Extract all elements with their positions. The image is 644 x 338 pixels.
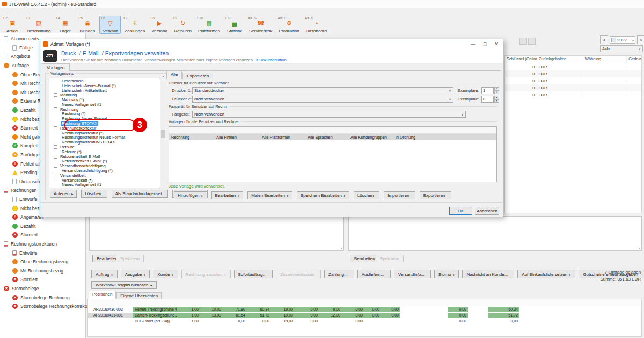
sidebar-item[interactable]: Mit Rechnungsbezug xyxy=(0,266,85,275)
tab-positionen[interactable]: Positionen xyxy=(89,291,116,299)
tree-item[interactable]: Retoure (*) xyxy=(49,149,163,154)
tree-expander-icon[interactable] xyxy=(54,93,57,97)
close-icon[interactable]: ✕ xyxy=(494,41,499,47)
period-select[interactable]: Jahr xyxy=(600,45,643,52)
printer1-select[interactable]: Standarddrucker xyxy=(192,87,453,94)
column-header[interactable]: Währung xyxy=(583,56,627,63)
sidebar-item[interactable]: Ohne Rechnungsbezug xyxy=(0,257,85,267)
action-button[interactable]: Zusammenfassen xyxy=(276,270,321,278)
action-button[interactable]: Sofortauftrag... xyxy=(234,270,273,278)
edit-button-right[interactable]: Bearbeiten xyxy=(350,255,379,262)
year-select[interactable]: 2022 ▾ xyxy=(610,36,635,44)
toolbar-button[interactable]: F8 ▶ Versand xyxy=(149,16,170,34)
order-text-panel-left[interactable]: ∨ xyxy=(89,216,344,251)
toolbar-button[interactable]: F7 € Zahlungen xyxy=(122,16,148,34)
table-row[interactable]: 0 EUR xyxy=(505,63,641,70)
dialog-action-button[interactable]: Importieren xyxy=(384,191,415,199)
tree-item[interactable]: Mahnung xyxy=(49,92,163,97)
toolbar-button[interactable]: F6 ▽ Verkauf xyxy=(99,16,121,34)
toolbar-button[interactable]: F4 ▦ Lager xyxy=(54,16,76,34)
table-row[interactable]: 0 EUR xyxy=(505,70,641,77)
prev-year-button[interactable]: < xyxy=(600,35,608,44)
tree-item[interactable]: Rechnungskorrektur-Neues-Format xyxy=(49,135,163,140)
scrollbar-thumb[interactable] xyxy=(161,130,165,138)
tree-item[interactable]: Retourenetikett E-Mail xyxy=(49,154,163,159)
action-button[interactable]: Nachricht an Kunde... xyxy=(462,270,514,278)
table-row[interactable]: 0 EUR xyxy=(505,91,641,98)
stepper-arrows[interactable] xyxy=(494,96,499,103)
minimize-icon[interactable]: — xyxy=(471,41,475,47)
tab-vorlagen[interactable]: Vorlagen xyxy=(42,63,70,71)
tree-expander-icon[interactable] xyxy=(54,107,57,111)
dialog-action-button[interactable]: Hinzufügen ▸ xyxy=(174,191,207,199)
table-row[interactable]: DHL-Paket (bis 2 kg) 1,00 0,00 0,00 19,0… xyxy=(88,319,641,324)
toolbar-button[interactable]: F12 ▅ Statistik xyxy=(224,16,245,34)
toolbar-button[interactable]: F9 ↻ Retouren xyxy=(171,16,194,34)
table-row[interactable]: AR20160431-001 Damen-Trekkingschuhe 36 1… xyxy=(88,313,641,318)
dialog-action-button[interactable]: Löschen xyxy=(354,191,379,199)
tree-item[interactable]: Lieferschein-Neues-Format (*) xyxy=(49,83,163,88)
sidebar-item[interactable]: Storniert xyxy=(0,275,85,284)
tree-action-button[interactable]: Anlegen ▸ xyxy=(50,190,77,198)
toolbar-button[interactable]: Alt+P ⚙ Produktion xyxy=(276,16,302,34)
tree-item[interactable]: Mahnung (*) xyxy=(49,97,163,102)
dialog-action-button[interactable]: Speichern Bearbeiten ▸ xyxy=(297,191,349,199)
action-button[interactable]: Storno ▸ xyxy=(434,270,459,278)
dialog-titlebar[interactable]: Admin: Vorlagen (*) — □ ✕ xyxy=(40,39,503,49)
tree-scrollbar[interactable]: ▲ ▼ xyxy=(160,74,166,200)
action-button[interactable]: Ausliefern... xyxy=(357,270,391,278)
tree-item[interactable]: Rechnungskorrektur (*) xyxy=(49,131,163,135)
tree-item[interactable]: Versandetikett (*) xyxy=(49,178,163,183)
tree-expander-icon[interactable] xyxy=(54,164,57,168)
tree-item[interactable]: Retoure xyxy=(49,145,163,149)
tree-expander-icon[interactable] xyxy=(54,126,57,130)
tree-action-button[interactable]: Löschen xyxy=(81,190,107,198)
dialog-action-button[interactable]: Exportieren xyxy=(420,191,451,199)
tab-exportieren[interactable]: Exportieren xyxy=(182,73,213,79)
sidebar-item[interactable]: Bezahlt xyxy=(0,221,85,231)
documentation-link[interactable]: » Dokumentation xyxy=(256,57,287,62)
scroll-up-icon[interactable]: ▲ xyxy=(160,75,166,78)
sidebar-item[interactable]: Rechnungskorrekturen xyxy=(0,240,85,249)
action-button[interactable]: Kunde ▸ xyxy=(153,270,178,278)
action-button[interactable]: Auf Einkaufsliste setzen ▸ xyxy=(517,270,575,278)
tree-item[interactable]: Versandbenachrichtigung (*) xyxy=(49,168,163,173)
sidebar-item[interactable]: Entwürfe xyxy=(0,248,85,257)
toolbar-button[interactable]: F2 ▣ Artikel xyxy=(2,16,23,34)
toolbar-button[interactable]: F10 ▩ Plattformen xyxy=(195,16,223,34)
toolbar-button[interactable]: Alt+S ☎ Servicedesk xyxy=(246,16,275,34)
tree-item[interactable]: Rechnung (*) xyxy=(49,112,163,117)
table-row[interactable]: 0 EUR xyxy=(505,84,641,91)
toolbar-button[interactable]: F3 ▧ Beschaffung xyxy=(24,16,53,34)
tree-item[interactable]: Versandetikett xyxy=(49,173,163,178)
sidebar-item[interactable]: Stornobelege Rechnung xyxy=(0,293,85,302)
tab-eigene-uebersichten[interactable]: Eigene Übersichten xyxy=(116,292,162,299)
action-button[interactable]: Rechnung erstellen ▸ xyxy=(181,270,231,278)
tree-item[interactable]: Rechnungskorrektur-STOTAX xyxy=(49,140,163,145)
column-header[interactable]: Zurückgehalten xyxy=(537,56,583,63)
action-button[interactable]: Versandinfo... xyxy=(394,270,431,278)
sidebar-item[interactable]: Storniert xyxy=(0,231,85,240)
tree-item[interactable]: Neues Vorlagenset #1 xyxy=(49,102,163,107)
table-row[interactable]: AR20160430-003 Herren-Trekkingschuhe 42 … xyxy=(88,307,641,312)
table-row[interactable]: 0 EUR xyxy=(505,77,641,84)
tree-action-button[interactable]: Als Standardvorlagenset xyxy=(112,190,168,198)
next-year-button[interactable]: > xyxy=(637,35,644,44)
tree-item[interactable]: Rechnung xyxy=(49,107,163,112)
toolbar-button[interactable]: Alt+D ◔ Dashboard xyxy=(303,16,330,34)
fax-select[interactable]: Nicht verwenden xyxy=(192,111,466,118)
tree-expander-icon[interactable] xyxy=(54,145,57,149)
tree-item[interactable]: Lieferschein xyxy=(49,78,163,83)
tab-alle[interactable]: Alle xyxy=(166,71,182,79)
dialog-action-button[interactable]: Bearbeiten ▸ xyxy=(211,191,244,199)
order-text-panel-right[interactable]: ∨ xyxy=(348,216,642,251)
tree-expander-icon[interactable] xyxy=(54,155,57,159)
printer2-select[interactable]: Nicht verwenden xyxy=(192,96,453,103)
dialog-action-button[interactable]: Malen Bearbeiten ▸ xyxy=(247,191,292,199)
workflow-trigger-button[interactable]: Workflow-Ereignis auslösen ▸ xyxy=(91,281,157,289)
stepper-arrows[interactable] xyxy=(494,87,499,94)
tree-expander-icon[interactable] xyxy=(54,174,57,177)
table-row[interactable]: Rechnung Alle Firmen Alle Plattformen Al… xyxy=(169,134,496,140)
tree-item[interactable]: Retourenetikett E-Mail (*) xyxy=(49,159,163,164)
sidebar-item[interactable]: Stornobelege Rechnungskorrektur xyxy=(0,302,85,311)
